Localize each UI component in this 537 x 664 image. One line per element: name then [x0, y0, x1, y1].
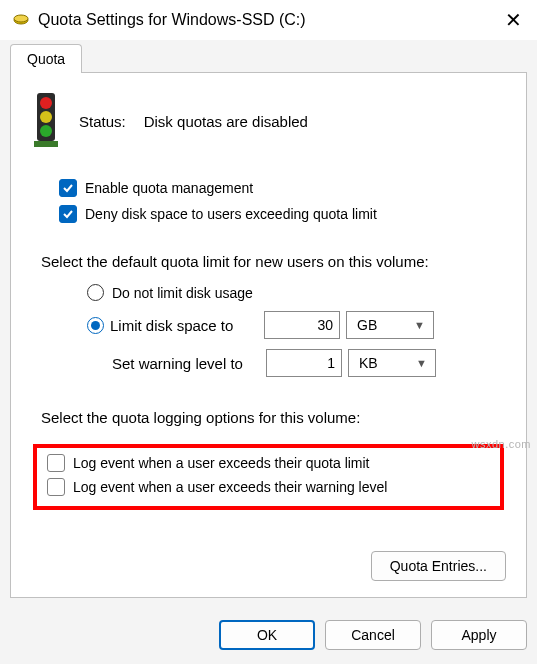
- dialog-button-bar: OK Cancel Apply: [0, 608, 537, 664]
- log-quota-label: Log event when a user exceeds their quot…: [73, 455, 370, 471]
- quota-entries-button[interactable]: Quota Entries...: [371, 551, 506, 581]
- warning-row: Set warning level to KB ▼: [112, 349, 506, 377]
- enable-quota-label: Enable quota management: [85, 180, 253, 196]
- svg-rect-3: [34, 141, 58, 147]
- limit-radio-group: Do not limit disk usage Limit disk space…: [87, 284, 506, 387]
- deny-exceeding-checkbox[interactable]: [59, 205, 77, 223]
- tab-strip: Quota: [10, 44, 527, 72]
- tab-quota[interactable]: Quota: [10, 44, 82, 73]
- svg-point-1: [14, 15, 28, 22]
- traffic-light-icon: [31, 91, 61, 151]
- deny-exceeding-row: Deny disk space to users exceeding quota…: [59, 205, 506, 223]
- limit-unit-value: GB: [357, 317, 377, 333]
- log-warning-row: Log event when a user exceeds their warn…: [47, 478, 492, 496]
- quota-entries-row: Quota Entries...: [31, 533, 506, 581]
- svg-point-5: [40, 111, 52, 123]
- ok-button[interactable]: OK: [219, 620, 315, 650]
- highlight-box: Log event when a user exceeds their quot…: [33, 444, 504, 510]
- no-limit-row: Do not limit disk usage: [87, 284, 506, 301]
- tab-panel-quota: Status: Disk quotas are disabled Enable …: [10, 72, 527, 598]
- limit-radio[interactable]: [87, 317, 104, 334]
- limit-label: Limit disk space to: [110, 317, 258, 334]
- limit-heading: Select the default quota limit for new u…: [41, 253, 506, 270]
- status-row: Status: Disk quotas are disabled: [31, 91, 506, 151]
- close-button[interactable]: ✕: [501, 8, 525, 32]
- content-area: Quota Status: Disk quotas are disabled: [0, 40, 537, 608]
- log-warning-label: Log event when a user exceeds their warn…: [73, 479, 387, 495]
- limit-unit-select[interactable]: GB ▼: [346, 311, 434, 339]
- quota-settings-dialog: Quota Settings for Windows-SSD (C:) ✕ Qu…: [0, 0, 537, 664]
- status-text: Disk quotas are disabled: [144, 113, 308, 130]
- drive-icon: [12, 11, 30, 29]
- deny-exceeding-label: Deny disk space to users exceeding quota…: [85, 206, 377, 222]
- warning-unit-select[interactable]: KB ▼: [348, 349, 436, 377]
- titlebar: Quota Settings for Windows-SSD (C:) ✕: [0, 0, 537, 40]
- limit-value-input[interactable]: [264, 311, 340, 339]
- status-label: Status:: [79, 113, 126, 130]
- enable-quota-checkbox[interactable]: [59, 179, 77, 197]
- apply-button[interactable]: Apply: [431, 620, 527, 650]
- window-title: Quota Settings for Windows-SSD (C:): [38, 11, 501, 29]
- warning-unit-value: KB: [359, 355, 378, 371]
- no-limit-label: Do not limit disk usage: [112, 285, 253, 301]
- log-quota-checkbox[interactable]: [47, 454, 65, 472]
- watermark: wsxdn.com: [471, 438, 531, 450]
- chevron-down-icon: ▼: [414, 319, 425, 331]
- svg-point-6: [40, 125, 52, 137]
- enable-quota-row: Enable quota management: [59, 179, 506, 197]
- chevron-down-icon: ▼: [416, 357, 427, 369]
- log-warning-checkbox[interactable]: [47, 478, 65, 496]
- warning-label: Set warning level to: [112, 355, 260, 372]
- svg-point-4: [40, 97, 52, 109]
- log-quota-row: Log event when a user exceeds their quot…: [47, 454, 492, 472]
- no-limit-radio[interactable]: [87, 284, 104, 301]
- warning-value-input[interactable]: [266, 349, 342, 377]
- limit-row: Limit disk space to GB ▼: [87, 311, 506, 339]
- log-heading: Select the quota logging options for thi…: [41, 409, 506, 426]
- cancel-button[interactable]: Cancel: [325, 620, 421, 650]
